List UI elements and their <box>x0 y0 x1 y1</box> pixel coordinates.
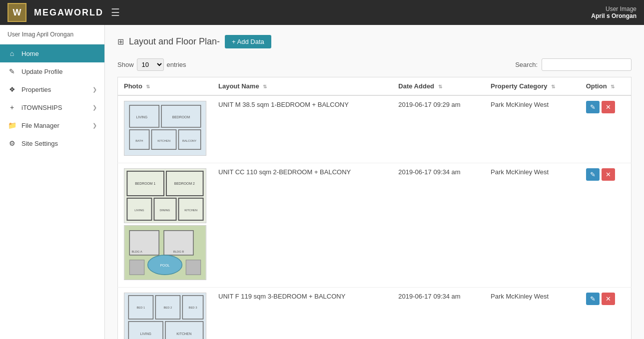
sort-date-icon[interactable]: ⇅ <box>438 84 442 89</box>
table-row: BEDROOM 1 BEDROOM 2 LIVING DINING KITCHE… <box>118 163 632 288</box>
search-label: Search: <box>515 61 538 68</box>
edit-button[interactable]: ✎ <box>586 101 600 113</box>
topnav-left: W MEGAWORLD ☰ <box>7 3 120 22</box>
layout-name-cell: UNIT CC 110 sqm 2-BEDROOM + BALCONY <box>212 163 392 288</box>
sidebar-label-home: Home <box>21 50 97 57</box>
show-entries-control: Show 10 25 50 100 entries <box>117 58 186 71</box>
date-added-cell: 2019-06-17 09:34 am <box>392 163 485 288</box>
col-layout-name: Layout Name ⇅ <box>212 77 392 96</box>
sort-layout-icon[interactable]: ⇅ <box>263 84 267 89</box>
svg-text:DINING: DINING <box>160 209 170 212</box>
layout-name-cell: UNIT M 38.5 sqm 1-BEDROOM + BALCONY <box>212 95 392 163</box>
sidebar-item-properties[interactable]: ❖ Properties ❯ <box>0 80 104 98</box>
logo-box: W <box>7 3 26 22</box>
property-category-cell: Park McKinley West <box>485 163 580 288</box>
svg-text:BEDROOM: BEDROOM <box>172 115 190 119</box>
delete-button[interactable]: ✕ <box>602 168 615 181</box>
svg-text:LIVING: LIVING <box>134 209 144 212</box>
col-option: Option ⇅ <box>580 77 632 96</box>
user-name: April s Orongan <box>591 12 637 19</box>
entries-select[interactable]: 10 25 50 100 <box>137 58 164 71</box>
svg-rect-28 <box>129 260 144 275</box>
main-layout: User Imag April Orongan ⌂ Home ✎ Update … <box>0 25 644 339</box>
svg-rect-0 <box>125 101 206 155</box>
sort-photo-icon[interactable]: ⇅ <box>146 84 150 89</box>
file-manager-arrow-icon: ❯ <box>92 122 97 129</box>
edit-button[interactable]: ✎ <box>586 168 600 181</box>
svg-text:POOL: POOL <box>160 264 169 267</box>
property-category-cell: Park McKinley West <box>485 95 580 163</box>
svg-text:KITCHEN: KITCHEN <box>176 332 191 336</box>
file-manager-icon: 📁 <box>7 121 16 129</box>
itownships-icon: + <box>7 103 16 111</box>
col-date-added: Date Added ⇅ <box>392 77 485 96</box>
sidebar-item-itownships[interactable]: + iTOWNSHIPS ❯ <box>0 98 104 116</box>
col-property-category: Property Category ⇅ <box>485 77 580 96</box>
svg-text:BALCONY: BALCONY <box>182 139 196 142</box>
svg-text:KITCHEN: KITCHEN <box>157 139 170 142</box>
svg-text:BEDROOM 1: BEDROOM 1 <box>135 182 155 185</box>
svg-text:BEDROOM 2: BEDROOM 2 <box>174 182 195 185</box>
svg-text:BLDG A: BLDG A <box>131 250 142 253</box>
sort-option-icon[interactable]: ⇅ <box>611 84 615 89</box>
property-category-cell: Park McKinley West <box>485 288 580 339</box>
svg-rect-29 <box>186 260 200 275</box>
search-input[interactable] <box>542 58 632 71</box>
topnav: W MEGAWORLD ☰ User Image April s Orongan <box>0 0 644 25</box>
sidebar-label-file-manager: File Manager <box>21 122 87 129</box>
date-added-cell: 2019-06-17 09:34 am <box>392 288 485 339</box>
data-table: Photo ⇅ Layout Name ⇅ Date Added ⇅ Prope… <box>117 77 632 339</box>
col-photo: Photo ⇅ <box>118 77 213 96</box>
table-row: LIVING BEDROOM BATH KITCHEN BALCONY UNIT… <box>118 95 632 163</box>
topnav-right: User Image April s Orongan <box>591 5 637 19</box>
option-cell: ✎✕ <box>580 288 632 339</box>
table-row: BED 1 BED 2 BED 3 LIVING KITCHEN UNIT F … <box>118 288 632 339</box>
svg-text:LIVING: LIVING <box>140 332 151 336</box>
edit-profile-icon: ✎ <box>7 67 16 75</box>
svg-text:KITCHEN: KITCHEN <box>184 209 197 212</box>
content-area: ⊞ Layout and Floor Plan- + Add Data Show… <box>105 25 644 339</box>
show-label: Show <box>117 61 134 68</box>
sidebar-label-itownships: iTOWNSHIPS <box>21 104 87 111</box>
page-title: Layout and Floor Plan- <box>129 36 220 47</box>
date-added-cell: 2019-06-17 09:29 am <box>392 95 485 163</box>
sidebar-label-site-settings: Site Settings <box>21 140 97 147</box>
sidebar-label-update-profile: Update Profile <box>21 68 97 75</box>
delete-button[interactable]: ✕ <box>602 293 615 305</box>
photo-placeholder: LIVING BEDROOM BATH KITCHEN BALCONY <box>124 101 206 156</box>
sort-category-icon[interactable]: ⇅ <box>551 84 555 89</box>
page-header: ⊞ Layout and Floor Plan- + Add Data <box>117 35 632 48</box>
search-box: Search: <box>515 58 632 71</box>
sidebar-item-file-manager[interactable]: 📁 File Manager ❯ <box>0 116 104 134</box>
sidebar-item-update-profile[interactable]: ✎ Update Profile <box>0 62 104 80</box>
svg-text:BED 3: BED 3 <box>188 306 197 309</box>
page-grid-icon: ⊞ <box>117 37 124 46</box>
entries-label: entries <box>167 61 186 68</box>
properties-arrow-icon: ❯ <box>92 86 97 93</box>
photo-placeholder: BED 1 BED 2 BED 3 LIVING KITCHEN <box>124 293 206 339</box>
photo-placeholder-2: POOL BLDG A BLDG B <box>124 225 206 280</box>
sidebar-item-site-settings[interactable]: ⚙ Site Settings <box>0 134 104 152</box>
photo-cell: LIVING BEDROOM BATH KITCHEN BALCONY <box>118 95 213 163</box>
layout-name-cell: UNIT F 119 sqm 3-BEDROOM + BALCONY <box>212 288 392 339</box>
site-settings-icon: ⚙ <box>7 139 16 147</box>
delete-button[interactable]: ✕ <box>602 101 615 113</box>
sidebar: User Imag April Orongan ⌂ Home ✎ Update … <box>0 25 105 339</box>
add-data-button[interactable]: + Add Data <box>225 35 271 48</box>
logo-letter: W <box>13 7 21 18</box>
photo-cell: BEDROOM 1 BEDROOM 2 LIVING DINING KITCHE… <box>118 163 213 288</box>
photo-placeholder: BEDROOM 1 BEDROOM 2 LIVING DINING KITCHE… <box>124 168 206 223</box>
hamburger-icon[interactable]: ☰ <box>111 6 120 18</box>
svg-text:BATH: BATH <box>135 139 143 142</box>
option-cell: ✎✕ <box>580 95 632 163</box>
edit-button[interactable]: ✎ <box>586 293 600 305</box>
svg-text:LIVING: LIVING <box>136 115 148 119</box>
sidebar-label-properties: Properties <box>21 86 87 93</box>
sidebar-item-home[interactable]: ⌂ Home <box>0 44 104 62</box>
logo-text: MEGAWORLD <box>34 7 103 18</box>
table-header-row: Photo ⇅ Layout Name ⇅ Date Added ⇅ Prope… <box>118 77 632 96</box>
svg-text:BED 2: BED 2 <box>163 306 172 309</box>
svg-text:BED 1: BED 1 <box>136 306 145 309</box>
user-image-label: User Image <box>606 5 637 12</box>
sidebar-user: User Imag April Orongan <box>0 25 104 44</box>
